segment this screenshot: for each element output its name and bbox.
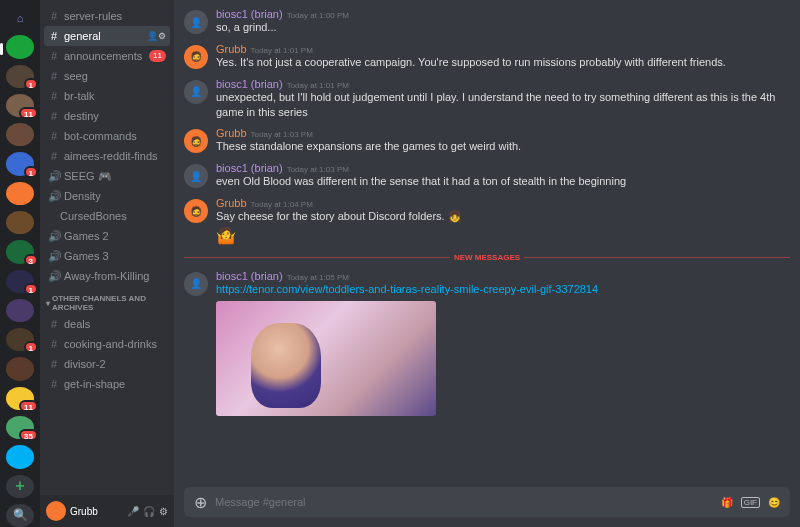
- message: 🧔GrubbToday at 1:04 PMSay cheese for the…: [184, 193, 790, 249]
- channel-name: SEEG 🎮: [64, 170, 166, 183]
- channel-aimees-reddit-finds[interactable]: #aimees-reddit-finds: [44, 146, 170, 166]
- discover-button[interactable]: 🔍: [6, 504, 34, 527]
- channel-list: #server-rules#general👤⚙#announcements11#…: [40, 0, 174, 495]
- headphones-icon[interactable]: 🎧: [143, 506, 155, 517]
- message-avatar[interactable]: 👤: [184, 80, 208, 104]
- message-avatar[interactable]: 🧔: [184, 199, 208, 223]
- message-avatar[interactable]: 🧔: [184, 45, 208, 69]
- server-s13[interactable]: 11: [6, 387, 34, 410]
- server-s5[interactable]: 1: [6, 152, 34, 175]
- hash-icon: #: [48, 50, 60, 62]
- new-messages-divider: NEW MESSAGES: [184, 253, 790, 262]
- channel-br-talk[interactable]: #br-talk: [44, 86, 170, 106]
- channel-settings-icon[interactable]: 👤⚙: [147, 31, 166, 41]
- server-badge: 1: [24, 78, 38, 90]
- server-s7[interactable]: [6, 211, 34, 234]
- category-header[interactable]: ▾ OTHER CHANNELS AND ARCHIVES: [44, 286, 170, 314]
- message-input[interactable]: [215, 496, 713, 508]
- server-s12[interactable]: [6, 357, 34, 380]
- channel-divisor-2[interactable]: #divisor-2: [44, 354, 170, 374]
- channel-cooking-and-drinks[interactable]: #cooking-and-drinks: [44, 334, 170, 354]
- user-name[interactable]: Grubb: [70, 506, 123, 517]
- server-list: ⌂11113111135+🔍: [0, 0, 40, 527]
- message-avatar[interactable]: 👤: [184, 10, 208, 34]
- server-s2[interactable]: 1: [6, 65, 34, 88]
- channel-name: CursedBones: [60, 210, 166, 222]
- hash-icon: #: [48, 358, 60, 370]
- server-s1[interactable]: [6, 35, 34, 58]
- message: 👤biosc1 (brian)Today at 1:03 PMeven Old …: [184, 158, 790, 193]
- message-author[interactable]: biosc1 (brian): [216, 270, 283, 282]
- channel-deals[interactable]: #deals: [44, 314, 170, 334]
- gif-icon[interactable]: GIF: [741, 497, 760, 508]
- channel-server-rules[interactable]: #server-rules: [44, 6, 170, 26]
- hash-icon: #: [48, 110, 60, 122]
- message-timestamp: Today at 1:01 PM: [287, 81, 349, 90]
- message-embed-image[interactable]: [216, 301, 436, 416]
- hash-icon: #: [48, 30, 60, 42]
- channel-destiny[interactable]: #destiny: [44, 106, 170, 126]
- channel-density[interactable]: 🔊Density: [44, 186, 170, 206]
- message: 👤biosc1 (brian)Today at 1:00 PMso, a gri…: [184, 4, 790, 39]
- channel-name: cooking-and-drinks: [64, 338, 166, 350]
- channel-cursedbones[interactable]: CursedBones: [44, 206, 170, 226]
- server-s6[interactable]: [6, 182, 34, 205]
- channel-general[interactable]: #general👤⚙: [44, 26, 170, 46]
- server-s8[interactable]: 3: [6, 240, 34, 263]
- server-home[interactable]: ⌂: [6, 6, 34, 29]
- server-s9[interactable]: 1: [6, 270, 34, 293]
- gift-icon[interactable]: 🎁: [721, 497, 733, 508]
- message-link[interactable]: https://tenor.com/view/toddlers-and-tiar…: [216, 283, 598, 295]
- message-author[interactable]: biosc1 (brian): [216, 162, 283, 174]
- server-s4[interactable]: [6, 123, 34, 146]
- channel-name: bot-commands: [64, 130, 166, 142]
- message-author[interactable]: Grubb: [216, 43, 247, 55]
- channel-games-2[interactable]: 🔊Games 2: [44, 226, 170, 246]
- server-s10[interactable]: [6, 299, 34, 322]
- divider-label: NEW MESSAGES: [450, 253, 524, 262]
- message-text: so, a grind...: [216, 20, 790, 35]
- channel-name: server-rules: [64, 10, 166, 22]
- channel-games-3[interactable]: 🔊Games 3: [44, 246, 170, 266]
- emoji-icon[interactable]: 😊: [768, 497, 780, 508]
- attach-icon[interactable]: ⊕: [194, 493, 207, 512]
- channel-name: general: [64, 30, 143, 42]
- channel-name: deals: [64, 318, 166, 330]
- chevron-down-icon: ▾: [46, 299, 50, 308]
- channel-get-in-shape[interactable]: #get-in-shape: [44, 374, 170, 394]
- user-avatar[interactable]: [46, 501, 66, 521]
- speaker-icon: 🔊: [48, 230, 60, 243]
- channel-name: destiny: [64, 110, 166, 122]
- message-author[interactable]: biosc1 (brian): [216, 8, 283, 20]
- server-s3[interactable]: 11: [6, 94, 34, 117]
- channel-away-from-killing[interactable]: 🔊Away-from-Killing: [44, 266, 170, 286]
- server-s15[interactable]: [6, 445, 34, 468]
- server-badge: 3: [24, 254, 38, 266]
- message-avatar[interactable]: 👤: [184, 164, 208, 188]
- mic-icon[interactable]: 🎤: [127, 506, 139, 517]
- settings-icon[interactable]: ⚙: [159, 506, 168, 517]
- message-avatar[interactable]: 🧔: [184, 129, 208, 153]
- add-server-button[interactable]: +: [6, 475, 34, 498]
- channel-seeg[interactable]: 🔊SEEG 🎮: [44, 166, 170, 186]
- message-author[interactable]: Grubb: [216, 127, 247, 139]
- speaker-icon: 🔊: [48, 270, 60, 283]
- message-avatar[interactable]: 👤: [184, 272, 208, 296]
- message-text: These standalone expansions are the game…: [216, 139, 790, 154]
- channel-name: seeg: [64, 70, 166, 82]
- server-s14[interactable]: 35: [6, 416, 34, 439]
- message: 👤biosc1 (brian)Today at 1:01 PMunexpecte…: [184, 74, 790, 124]
- main-chat: 👤biosc1 (brian)Today at 1:00 PMso, a gri…: [174, 0, 800, 527]
- channel-announcements[interactable]: #announcements11: [44, 46, 170, 66]
- reaction-emoji[interactable]: 🤷: [216, 226, 790, 245]
- message-input-box: ⊕ 🎁 GIF 😊: [184, 487, 790, 517]
- message-timestamp: Today at 1:05 PM: [287, 273, 349, 282]
- message-timestamp: Today at 1:04 PM: [251, 200, 313, 209]
- channel-bot-commands[interactable]: #bot-commands: [44, 126, 170, 146]
- channel-seeg[interactable]: #seeg: [44, 66, 170, 86]
- message-author[interactable]: biosc1 (brian): [216, 78, 283, 90]
- message-timestamp: Today at 1:01 PM: [251, 46, 313, 55]
- message-author[interactable]: Grubb: [216, 197, 247, 209]
- hash-icon: #: [48, 70, 60, 82]
- server-s11[interactable]: 1: [6, 328, 34, 351]
